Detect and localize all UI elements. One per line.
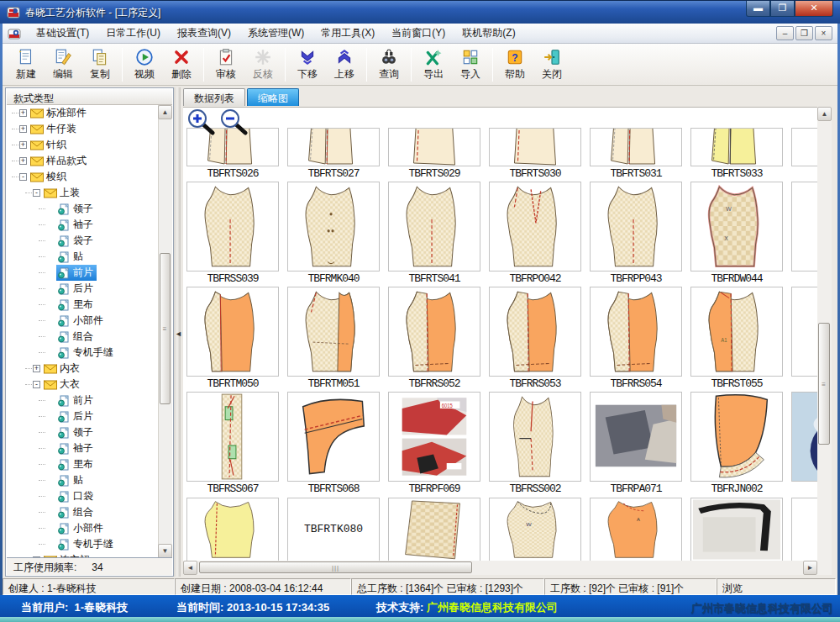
expand-toggle-icon[interactable]: + [33, 365, 40, 372]
tree-item-针织[interactable]: +针织 [7, 137, 160, 153]
tree-item-里布[interactable]: 里布 [7, 456, 160, 472]
thumbnail-TBFRDW044[interactable]: WX [690, 182, 783, 271]
tree-item-口袋[interactable]: 口袋 [7, 488, 160, 504]
menu-item-5[interactable]: 当前窗口(Y) [383, 23, 454, 44]
collapse-toggle-icon[interactable]: - [19, 173, 27, 181]
tree-item-小部件[interactable]: 小部件 [7, 520, 160, 536]
thumbnail-TBFRTS031[interactable] [590, 128, 682, 166]
collapse-toggle-icon[interactable]: - [33, 381, 40, 388]
menu-item-4[interactable]: 常用工具(X) [312, 23, 383, 44]
menu-item-6[interactable]: 联机帮助(Z) [454, 23, 523, 44]
tree-item-里布[interactable]: 里布 [7, 297, 160, 313]
horizontal-scrollbar[interactable]: ◄ ||| ► [183, 561, 817, 575]
thumbnail-r4c3[interactable]: W [489, 498, 581, 561]
tree-item-领子[interactable]: 领子 [7, 424, 160, 440]
thumbnail-TBFRTM051[interactable] [287, 287, 380, 377]
toolbar-button-export[interactable]: 导出 [415, 45, 452, 84]
minimize-button[interactable]: ▬ [746, 1, 770, 17]
thumbnail-r4c4[interactable]: A [590, 498, 682, 561]
horizontal-scroll-thumb[interactable]: ||| [199, 561, 472, 573]
thumbnail-r1c6[interactable] [791, 182, 817, 271]
thumbnail-TBFRTS027[interactable] [287, 128, 380, 166]
tree-item-内衣[interactable]: +内衣 [7, 361, 160, 377]
toolbar-button-new[interactable]: 新建 [8, 45, 45, 84]
toolbar-button-edit[interactable]: 编辑 [45, 45, 81, 84]
mdi-restore-button[interactable]: ❐ [795, 26, 813, 40]
thumbnail-r0c6[interactable] [791, 128, 817, 166]
thumbnail-TBFRPP043[interactable] [590, 182, 682, 271]
toolbar-button-delete[interactable]: 删除 [163, 45, 200, 84]
tree-item-梭织[interactable]: -梭织 [7, 169, 160, 185]
expand-toggle-icon[interactable]: + [19, 157, 27, 165]
thumbnail-TBFRRS052[interactable] [388, 287, 480, 377]
menu-item-0[interactable]: 基础设置(T) [28, 23, 97, 44]
toolbar-button-audit[interactable]: 审核 [207, 45, 244, 84]
scroll-right-icon[interactable]: ► [803, 561, 817, 575]
thumbnail-r2c6[interactable] [791, 287, 817, 377]
mdi-minimize-button[interactable]: – [776, 26, 794, 40]
tree-item-标准部件[interactable]: +标准部件 [7, 105, 160, 121]
scroll-left-icon[interactable]: ◄ [183, 561, 197, 575]
tree-scroll-up-icon[interactable]: ▲ [158, 105, 172, 119]
mdi-close-button[interactable]: × [815, 26, 832, 40]
tree-item-贴[interactable]: 贴 [7, 472, 160, 488]
tree-item-领子[interactable]: 领子 [7, 201, 160, 217]
toolbar-button-import[interactable]: 导入 [452, 45, 489, 84]
toolbar-button-down[interactable]: 下移 [289, 45, 326, 84]
panel-splitter[interactable]: ◄ [174, 87, 181, 577]
thumbnail-r3c6[interactable] [791, 392, 817, 482]
tree-item-前片[interactable]: 前片 [7, 265, 160, 281]
thumbnail-TBFRPA071[interactable] [590, 392, 682, 482]
tab-thumbnail[interactable]: 缩略图 [247, 88, 299, 106]
thumbnail-TBFRPO042[interactable] [489, 182, 581, 271]
thumbnail-r4c2[interactable] [388, 498, 480, 561]
thumbnail-TBFRTS030[interactable] [489, 128, 581, 166]
tree-item-专机手缝[interactable]: 专机手缝 [7, 536, 160, 552]
tree-scroll-down-icon[interactable]: ▼ [158, 544, 172, 558]
tree-item-后片[interactable]: 后片 [7, 409, 160, 424]
thumbnail-TBFRPF069[interactable]: 6015 [388, 392, 480, 482]
thumbnail-r4c6[interactable] [791, 498, 817, 561]
scroll-up-icon[interactable]: ▲ [817, 107, 832, 121]
collapse-toggle-icon[interactable]: - [33, 189, 40, 197]
vertical-scroll-thumb[interactable]: ≡ [818, 323, 830, 445]
thumbnail-TBFRTS033[interactable] [690, 128, 783, 166]
tree-scrollbar[interactable]: ▲ ≡ ▼ [158, 105, 172, 558]
tree-item-样品款式[interactable]: +样品款式 [7, 153, 160, 169]
zoom-in-icon[interactable] [186, 108, 215, 137]
tree-item-专机手缝[interactable]: 专机手缝 [7, 345, 160, 361]
tree-item-上装[interactable]: -上装 [7, 185, 160, 201]
expand-toggle-icon[interactable]: + [19, 141, 27, 149]
close-button[interactable]: ✕ [795, 1, 833, 17]
thumbnail-TBFRRS053[interactable] [489, 287, 581, 377]
thumbnail-TBFRTM050[interactable] [186, 287, 279, 377]
tab-data-list[interactable]: 数据列表 [183, 88, 245, 106]
thumbnail-TBFRSS039[interactable] [186, 182, 279, 271]
tree-item-后片[interactable]: 后片 [7, 281, 160, 297]
toolbar-button-help[interactable]: ?帮助 [496, 45, 533, 84]
thumbnail-TBFRTS041[interactable] [388, 182, 480, 271]
tree-item-袖子[interactable]: 袖子 [7, 440, 160, 456]
menu-item-1[interactable]: 日常工作(U) [97, 23, 169, 44]
tree-item-贴[interactable]: 贴 [7, 249, 160, 265]
tree-item-大衣[interactable]: -大衣 [7, 377, 160, 393]
thumbnail-TBFRTS068[interactable] [287, 392, 380, 482]
maximize-button[interactable]: ❐ [770, 1, 795, 17]
menu-item-3[interactable]: 系统管理(W) [239, 23, 312, 44]
expand-toggle-icon[interactable]: + [19, 109, 27, 117]
thumbnail-TBFRST055[interactable]: A1 [690, 287, 783, 377]
menu-item-2[interactable]: 报表查询(V) [169, 23, 239, 44]
toolbar-button-find[interactable]: 查询 [370, 45, 407, 84]
thumbnail-TBFRTK080[interactable]: TBFRTK080 [287, 498, 380, 561]
tree-item-牛仔装[interactable]: +牛仔装 [7, 121, 160, 137]
collapse-arrow-icon[interactable]: ◄ [175, 329, 182, 338]
toolbar-button-close[interactable]: 关闭 [533, 45, 570, 84]
thumbnail-r4c5[interactable] [690, 498, 783, 561]
vertical-scrollbar[interactable]: ▲ ≡ ▼ [817, 107, 832, 575]
tree-item-袖子[interactable]: 袖子 [7, 217, 160, 233]
thumbnail-TBFRMK040[interactable] [287, 182, 380, 271]
toolbar-button-up[interactable]: 上移 [326, 45, 363, 84]
toolbar-button-video[interactable]: 视频 [126, 45, 163, 84]
thumbnail-TBFRSS067[interactable] [186, 392, 279, 482]
tree-item-袋子[interactable]: 袋子 [7, 233, 160, 249]
